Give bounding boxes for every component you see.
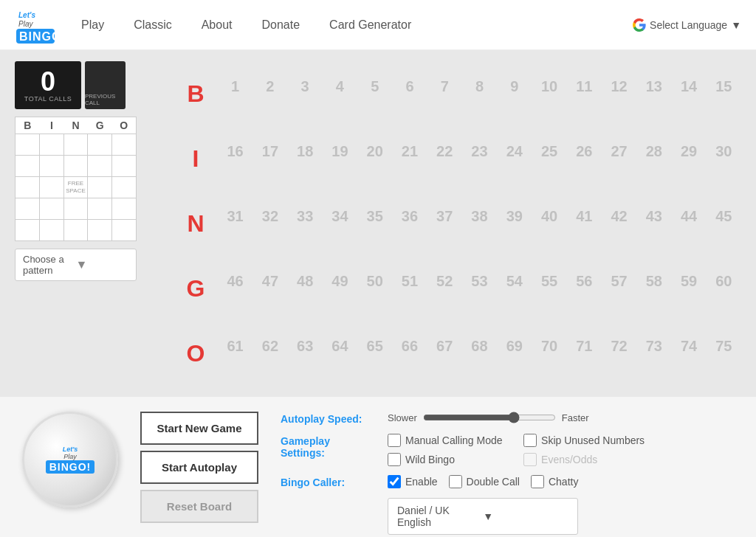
number-cell-7[interactable]: 7 xyxy=(427,61,462,111)
number-cell-42[interactable]: 42 xyxy=(602,191,636,241)
number-cell-44[interactable]: 44 xyxy=(671,191,706,241)
number-cell-64[interactable]: 64 xyxy=(323,321,357,371)
number-cell-32[interactable]: 32 xyxy=(252,191,287,241)
number-cell-56[interactable]: 56 xyxy=(567,256,602,306)
number-cell-45[interactable]: 45 xyxy=(707,191,741,241)
manual-calling-checkbox[interactable] xyxy=(388,434,401,447)
number-cell-5[interactable]: 5 xyxy=(357,61,392,111)
start-new-game-button[interactable]: Start New Game xyxy=(140,412,258,445)
number-cell-21[interactable]: 21 xyxy=(392,126,427,176)
number-cell-71[interactable]: 71 xyxy=(567,321,602,371)
number-cell-4[interactable]: 4 xyxy=(323,61,357,111)
wild-bingo-item[interactable]: Wild Bingo xyxy=(388,453,509,466)
number-cell-63[interactable]: 63 xyxy=(288,321,323,371)
skip-unused-checkbox[interactable] xyxy=(523,434,537,447)
number-cell-30[interactable]: 30 xyxy=(707,126,741,176)
number-cell-68[interactable]: 68 xyxy=(462,321,497,371)
number-cell-43[interactable]: 43 xyxy=(636,191,671,241)
number-cell-12[interactable]: 12 xyxy=(602,61,636,111)
number-cell-37[interactable]: 37 xyxy=(427,191,462,241)
number-cell-54[interactable]: 54 xyxy=(497,256,532,306)
number-cell-3[interactable]: 3 xyxy=(288,61,323,111)
number-cell-60[interactable]: 60 xyxy=(707,256,741,306)
start-autoplay-button[interactable]: Start Autoplay xyxy=(140,451,258,484)
number-cell-8[interactable]: 8 xyxy=(462,61,497,111)
number-cell-35[interactable]: 35 xyxy=(357,191,392,241)
number-cell-10[interactable]: 10 xyxy=(532,61,566,111)
number-cell-49[interactable]: 49 xyxy=(323,256,357,306)
number-cell-25[interactable]: 25 xyxy=(532,126,566,176)
number-cell-58[interactable]: 58 xyxy=(636,256,671,306)
number-cell-67[interactable]: 67 xyxy=(427,321,462,371)
manual-calling-item[interactable]: Manual Calling Mode xyxy=(388,434,509,447)
number-cell-46[interactable]: 46 xyxy=(218,256,252,306)
nav-about[interactable]: About xyxy=(202,18,233,32)
enable-caller-checkbox[interactable] xyxy=(388,475,401,488)
double-call-checkbox[interactable] xyxy=(449,475,462,488)
number-cell-28[interactable]: 28 xyxy=(636,126,671,176)
number-cell-70[interactable]: 70 xyxy=(532,321,566,371)
chatty-item[interactable]: Chatty xyxy=(531,475,578,488)
number-cell-13[interactable]: 13 xyxy=(636,61,671,111)
number-cell-26[interactable]: 26 xyxy=(567,126,602,176)
number-cell-2[interactable]: 2 xyxy=(252,61,287,111)
wild-bingo-checkbox[interactable] xyxy=(388,453,401,466)
number-cell-34[interactable]: 34 xyxy=(323,191,357,241)
number-cell-24[interactable]: 24 xyxy=(497,126,532,176)
number-cell-47[interactable]: 47 xyxy=(252,256,287,306)
number-cell-18[interactable]: 18 xyxy=(288,126,323,176)
number-cell-40[interactable]: 40 xyxy=(532,191,566,241)
chatty-checkbox[interactable] xyxy=(531,475,544,488)
number-cell-62[interactable]: 62 xyxy=(252,321,287,371)
number-cell-53[interactable]: 53 xyxy=(462,256,497,306)
skip-unused-item[interactable]: Skip Unused Numbers xyxy=(523,434,645,447)
number-cell-74[interactable]: 74 xyxy=(671,321,706,371)
number-cell-51[interactable]: 51 xyxy=(392,256,427,306)
number-cell-33[interactable]: 33 xyxy=(288,191,323,241)
number-cell-75[interactable]: 75 xyxy=(707,321,741,371)
number-cell-41[interactable]: 41 xyxy=(567,191,602,241)
number-cell-69[interactable]: 69 xyxy=(497,321,532,371)
nav-donate[interactable]: Donate xyxy=(262,18,300,32)
number-cell-22[interactable]: 22 xyxy=(427,126,462,176)
number-cell-31[interactable]: 31 xyxy=(218,191,252,241)
number-cell-73[interactable]: 73 xyxy=(636,321,671,371)
language-selector[interactable]: Select Language ▼ xyxy=(633,18,741,32)
number-cell-72[interactable]: 72 xyxy=(602,321,636,371)
number-cell-55[interactable]: 55 xyxy=(532,256,566,306)
number-cell-52[interactable]: 52 xyxy=(427,256,462,306)
number-cell-20[interactable]: 20 xyxy=(357,126,392,176)
number-cell-57[interactable]: 57 xyxy=(602,256,636,306)
number-cell-27[interactable]: 27 xyxy=(602,126,636,176)
nav-card-gen[interactable]: Card Generator xyxy=(329,18,411,32)
number-cell-66[interactable]: 66 xyxy=(392,321,427,371)
nav-classic[interactable]: Classic xyxy=(134,18,172,32)
number-cell-65[interactable]: 65 xyxy=(357,321,392,371)
number-cell-6[interactable]: 6 xyxy=(392,61,427,111)
number-cell-38[interactable]: 38 xyxy=(462,191,497,241)
voice-select-dropdown[interactable]: Daniel / UK English ▼ xyxy=(388,498,578,535)
number-cell-29[interactable]: 29 xyxy=(671,126,706,176)
number-cell-61[interactable]: 61 xyxy=(218,321,252,371)
pattern-dropdown[interactable]: Choose a pattern ▼ xyxy=(15,249,137,281)
number-cell-50[interactable]: 50 xyxy=(357,256,392,306)
speed-slider[interactable] xyxy=(423,412,556,423)
number-cell-39[interactable]: 39 xyxy=(497,191,532,241)
reset-board-button[interactable]: Reset Board xyxy=(140,490,258,523)
number-cell-14[interactable]: 14 xyxy=(671,61,706,111)
number-cell-19[interactable]: 19 xyxy=(323,126,357,176)
number-cell-16[interactable]: 16 xyxy=(218,126,252,176)
double-call-item[interactable]: Double Call xyxy=(449,475,520,488)
nav-play[interactable]: Play xyxy=(81,18,104,32)
number-cell-36[interactable]: 36 xyxy=(392,191,427,241)
number-cell-15[interactable]: 15 xyxy=(707,61,741,111)
number-cell-48[interactable]: 48 xyxy=(288,256,323,306)
number-cell-1[interactable]: 1 xyxy=(218,61,252,111)
number-cell-9[interactable]: 9 xyxy=(497,61,532,111)
number-cell-23[interactable]: 23 xyxy=(462,126,497,176)
enable-caller-item[interactable]: Enable xyxy=(388,475,438,488)
number-cell-59[interactable]: 59 xyxy=(671,256,706,306)
number-cell-17[interactable]: 17 xyxy=(252,126,287,176)
logo[interactable]: Let's Play BINGO! xyxy=(15,4,59,45)
number-cell-11[interactable]: 11 xyxy=(567,61,602,111)
